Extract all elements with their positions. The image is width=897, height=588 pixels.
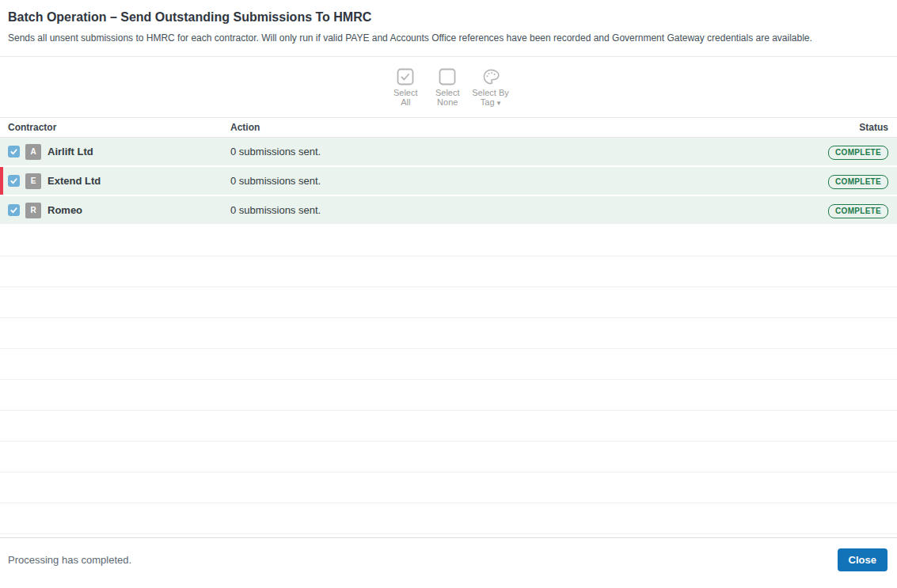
status-badge: COMPLETE <box>828 204 888 218</box>
select-all-button[interactable]: SelectAll <box>388 68 423 108</box>
empty-row <box>0 442 897 472</box>
row-checkbox[interactable] <box>8 146 20 157</box>
select-all-label: SelectAll <box>393 88 418 108</box>
status-badge: COMPLETE <box>828 175 888 189</box>
empty-row <box>0 380 897 411</box>
empty-row <box>0 226 897 256</box>
checkbox-checked-icon <box>397 68 414 85</box>
select-none-button[interactable]: SelectNone <box>430 68 465 108</box>
contractor-avatar: A <box>25 144 41 160</box>
page-description: Sends all unsent submissions to HMRC for… <box>8 32 889 45</box>
contractor-name: Airlift Ltd <box>48 146 93 157</box>
select-by-tag-button[interactable]: Select ByTag ▾ <box>472 68 508 108</box>
close-button[interactable]: Close <box>838 548 887 571</box>
batch-operation-page: Batch Operation – Send Outstanding Submi… <box>0 0 897 582</box>
empty-row <box>0 256 897 287</box>
checkbox-empty-icon <box>439 68 456 85</box>
contractor-avatar: E <box>25 173 41 189</box>
page-footer: Processing has completed. Close <box>0 537 897 582</box>
contractors-table: Contractor Action Status A Airlift Ltd 0… <box>0 117 897 534</box>
select-by-tag-label: Select ByTag ▾ <box>472 88 508 108</box>
caret-down-icon: ▾ <box>497 99 501 107</box>
page-title: Batch Operation – Send Outstanding Submi… <box>8 10 889 25</box>
footer-status-text: Processing has completed. <box>8 554 131 566</box>
palette-icon <box>482 68 500 85</box>
select-none-label: SelectNone <box>435 88 460 108</box>
empty-row <box>0 318 897 349</box>
column-header-status: Status <box>859 122 888 133</box>
contractor-row[interactable]: A Airlift Ltd 0 submissions sent. COMPLE… <box>0 138 897 167</box>
empty-row <box>0 503 897 534</box>
column-header-contractor: Contractor <box>8 122 230 133</box>
contractor-row[interactable]: R Romeo 0 submissions sent. COMPLETE <box>0 196 897 226</box>
action-text: 0 submissions sent. <box>230 175 828 187</box>
contractor-row[interactable]: E Extend Ltd 0 submissions sent. COMPLET… <box>0 167 897 196</box>
action-text: 0 submissions sent. <box>230 146 828 157</box>
selection-toolbar: SelectAll SelectNone Select ByTag ▾ <box>0 57 897 118</box>
empty-row <box>0 287 897 318</box>
action-text: 0 submissions sent. <box>230 204 828 216</box>
contractor-name: Extend Ltd <box>48 175 101 187</box>
empty-row <box>0 472 897 503</box>
contractor-name: Romeo <box>48 204 82 216</box>
page-header: Batch Operation – Send Outstanding Submi… <box>0 0 897 57</box>
table-body: A Airlift Ltd 0 submissions sent. COMPLE… <box>0 138 897 534</box>
empty-row <box>0 349 897 380</box>
row-checkbox[interactable] <box>8 175 20 187</box>
column-header-action: Action <box>230 122 859 133</box>
table-header-row: Contractor Action Status <box>0 117 897 138</box>
status-badge: COMPLETE <box>828 146 888 160</box>
contractor-avatar: R <box>25 203 41 218</box>
empty-row <box>0 411 897 442</box>
row-checkbox[interactable] <box>8 204 20 216</box>
